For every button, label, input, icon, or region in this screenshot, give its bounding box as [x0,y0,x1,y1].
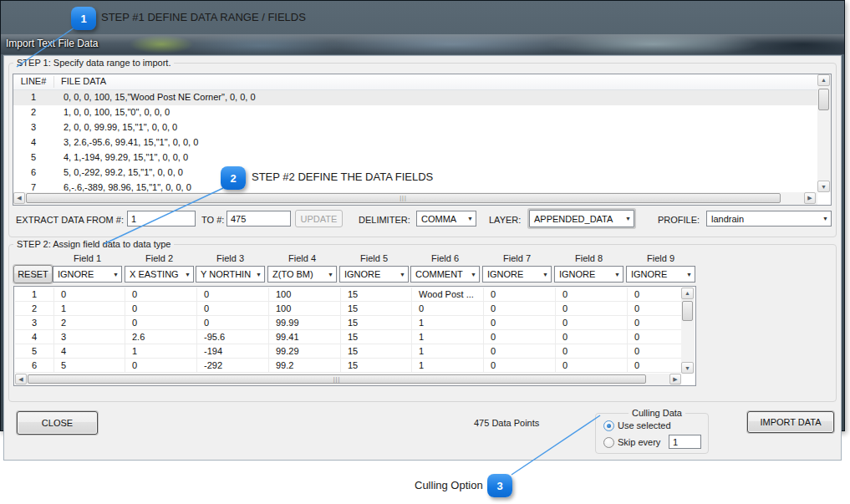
skip-every-label[interactable]: Skip every [618,437,660,447]
grid-row[interactable]: 100010015Wood Post ...000 [15,288,681,302]
extract-to-input[interactable] [226,211,291,227]
delimiter-value: COMMA [421,214,456,224]
grid-cell: 3 [54,330,125,344]
field-2-label: Field 2 [125,253,194,263]
grid-row[interactable]: 320099.99151000 [15,316,681,330]
step2-group-label: STEP 2: Assign field data to data type [13,239,174,249]
field-9-value: IGNORE [631,269,667,279]
grid-cell: 3 [15,316,54,330]
grid-cell: 0 [628,330,681,344]
close-button[interactable]: CLOSE [17,411,98,435]
scroll-down-icon[interactable]: ▼ [817,181,830,192]
scroll-up-icon[interactable]: ▲ [817,74,830,86]
field-6-combo[interactable]: COMMENT▼ [410,266,480,283]
file-data-row[interactable]: 5 4, 1,-194, 99.29, 15,"1", 0, 0, 0 [13,150,817,165]
layer-combo[interactable]: APPENDED_DATA ▼ [529,210,634,227]
field-6-label: Field 6 [410,253,480,263]
layer-label: LAYER: [489,215,521,225]
file-data-row[interactable]: 2 1, 0, 0, 100, 15,"0", 0, 0, 0 [13,105,817,120]
import-data-button[interactable]: IMPORT DATA [747,411,834,433]
field-3-label: Field 3 [196,253,265,263]
horizontal-scroll-thumb[interactable]: ||| [28,374,646,384]
column-header-filedata[interactable]: FILE DATA [61,76,106,86]
grid-row[interactable]: 650-29299.2151000 [15,359,681,373]
field-2-combo[interactable]: X EASTING▼ [125,266,194,283]
field-7-combo[interactable]: IGNORE▼ [482,266,552,283]
grid-cell: 15 [341,288,412,302]
grid-cell: 15 [341,302,412,316]
scroll-right-icon[interactable]: ▶ [669,374,681,384]
use-selected-radio[interactable] [603,420,614,431]
skip-every-input[interactable] [669,435,701,449]
line-data: 2, 0, 0, 99.99, 15,"1", 0, 0, 0 [64,122,177,132]
grid-cell: 0 [556,316,628,330]
grid-horizontal-scrollbar[interactable]: ◀ ||| ▶ [15,374,681,385]
vertical-scroll-thumb[interactable] [682,301,693,321]
field-5-combo[interactable]: IGNORE▼ [339,266,409,283]
grid-cell: -194 [197,344,269,359]
scroll-left-icon[interactable]: ◀ [13,192,25,204]
update-button[interactable]: UPDATE [295,210,343,227]
line-data: 5, 0,-292, 99.2, 15,"1", 0, 0, 0 [64,167,183,177]
field-9-label: Field 9 [626,253,695,263]
line-number: 7 [13,182,53,192]
extract-from-input[interactable] [127,211,196,227]
grid-row[interactable]: 2100100150000 [15,302,681,316]
field-8-value: IGNORE [559,269,595,279]
line-number: 3 [13,122,53,132]
grid-cell: 99.2 [269,359,341,373]
line-number: 2 [13,107,53,117]
field-1-combo[interactable]: IGNORE▼ [53,266,122,283]
grid-vertical-scrollbar[interactable]: ▲ ▼ [681,288,695,374]
horizontal-scroll-thumb[interactable]: ||| [26,193,781,203]
window-titlebar[interactable] [1,34,844,54]
grid-cell: 1 [54,302,125,316]
grid-cell: 15 [341,316,412,330]
field-4-label: Field 4 [267,253,337,263]
list-header[interactable]: LINE# FILE DATA [13,74,817,90]
field-9-combo[interactable]: IGNORE▼ [626,266,695,283]
grid-row[interactable]: 541-19499.29151000 [15,344,681,359]
profile-label: PROFILE: [658,215,700,225]
vertical-scroll-thumb[interactable] [818,89,829,110]
grid-cell: 0 [125,359,197,373]
profile-combo[interactable]: landrain ▼ [706,211,832,227]
grid-cell: 5 [54,359,125,373]
skip-every-radio[interactable] [603,437,614,448]
file-data-row[interactable]: 3 2, 0, 0, 99.99, 15,"1", 0, 0, 0 [13,120,817,135]
use-selected-label[interactable]: Use selected [618,420,671,430]
callout-label-3: Culling Option [415,479,483,491]
reset-button[interactable]: RESET [13,265,53,283]
line-number: 6 [13,167,53,177]
list-horizontal-scrollbar[interactable]: ◀ ||| ▶ [13,192,817,205]
grid-cell: 15 [341,344,412,359]
file-data-row[interactable]: 4 3, 2.6,-95.6, 99.41, 15,"1", 0, 0, 0 [13,135,817,150]
scroll-left-icon[interactable]: ◀ [15,374,27,384]
file-data-row[interactable]: 1 0, 0, 0, 100, 15,"Wood Post NE Corner"… [13,90,817,105]
field-3-combo[interactable]: Y NORTHIN▼ [196,266,265,283]
extract-from-label: EXTRACT DATA FROM #: [16,215,124,225]
field-4-combo[interactable]: Z(TO BM)▼ [267,266,337,283]
line-data: 1, 0, 0, 100, 15,"0", 0, 0, 0 [64,107,170,117]
field-8-combo[interactable]: IGNORE▼ [554,266,624,283]
scroll-right-icon[interactable]: ▶ [804,192,816,204]
grid-cell: 0 [197,302,269,316]
grid-cell: 0 [628,344,681,359]
chevron-down-icon: ▼ [819,216,828,221]
scroll-down-icon[interactable]: ▼ [681,362,694,374]
delimiter-combo[interactable]: COMMA ▼ [416,211,476,227]
grid-cell: 0 [125,288,197,302]
line-number: 5 [13,152,53,162]
field-2-value: X EASTING [130,269,179,279]
grid-cell: 99.41 [269,330,341,344]
file-data-list[interactable]: LINE# FILE DATA 1 0, 0, 0, 100, 15,"Wood… [13,74,832,206]
list-vertical-scrollbar[interactable]: ▲ ▼ [817,74,831,192]
field-data-grid[interactable]: 100010015Wood Post ...000 2100100150000 … [13,286,696,386]
scroll-up-icon[interactable]: ▲ [681,288,694,299]
delimiter-label: DELIMITER: [359,215,410,225]
chevron-down-icon: ▼ [181,272,191,277]
grid-cell: 0 [125,316,197,330]
column-header-line[interactable]: LINE# [13,76,53,86]
chevron-down-icon: ▼ [396,272,405,277]
grid-row[interactable]: 432.6-95.699.41151000 [15,330,681,344]
